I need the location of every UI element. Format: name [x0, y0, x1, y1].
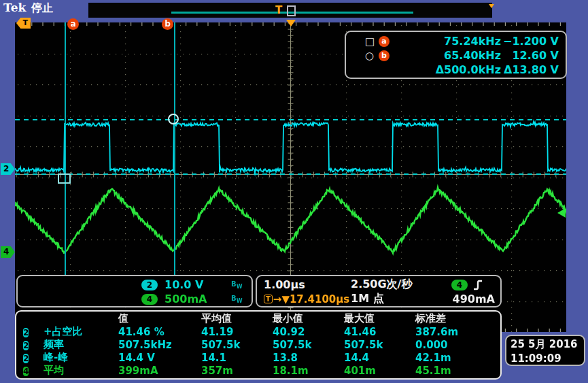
- measurement-max: 14.4: [344, 352, 415, 364]
- square-marker-icon: □: [365, 35, 379, 48]
- header-min: 最小值: [273, 312, 344, 325]
- trigger-delay-readout: T→▼17.4100μs: [264, 293, 351, 305]
- measurement-mean: 507.5k: [201, 339, 273, 351]
- timebase-row-1: 1.00μs 2.50G次/秒 4: [264, 278, 495, 292]
- date-label: 25 5月 2016: [511, 337, 580, 352]
- channel-2-position-tag[interactable]: 2: [1, 163, 15, 175]
- cursor-a-badge: a: [379, 36, 390, 47]
- cursor-b-frequency: 65.40kHz: [399, 49, 501, 62]
- cursor-delta-voltage: Δ13.80 V: [501, 63, 559, 76]
- record-expansion-triangle-icon: [489, 4, 494, 8]
- channel-2-badge: 2: [23, 354, 29, 363]
- measurement-value: 399mA: [118, 365, 201, 377]
- cursor-b-voltage: 12.60 V: [501, 49, 559, 62]
- cursor-a-vertical-line[interactable]: [65, 22, 66, 275]
- timebase-trigger-panel: 1.00μs 2.50G次/秒 4 T→▼17.4100μs 1M 点 490m…: [256, 275, 502, 307]
- cursor-a-frequency: 75.24kHz: [399, 35, 501, 48]
- horizontal-scale: 1.00μs: [264, 278, 351, 291]
- sample-rate: 2.50G次/秒: [351, 278, 451, 292]
- trigger-source: 4: [451, 280, 495, 290]
- header-mean: 平均值: [201, 312, 273, 325]
- channel-4-scale: 500mA: [165, 293, 224, 305]
- record-length: 1M 点: [351, 292, 451, 306]
- trigger-position-triangle-icon[interactable]: [286, 20, 296, 27]
- measurement-min: 13.8: [273, 352, 344, 364]
- measurement-std: 45.1m: [415, 365, 487, 377]
- measurement-table-panel: 值 平均值 最小值 最大值 标准差 2 +占空比 41.46 % 41.19 4…: [15, 310, 502, 380]
- rising-edge-slope-icon: [473, 280, 483, 290]
- delay-arrow-icon: →▼: [273, 293, 290, 305]
- measurement-std: 387.6m: [415, 326, 487, 338]
- measurement-name: 平均: [44, 364, 118, 377]
- channel-2-scale: 10.0 V: [165, 278, 224, 291]
- cursor-a-row: □ a 75.24kHz −1.200 V: [365, 34, 559, 48]
- trigger-source-badge: 4: [451, 280, 468, 290]
- measurement-name: 峰-峰: [44, 351, 118, 364]
- channel-2-badge: 2: [141, 280, 158, 290]
- cursor-a-voltage: −1.200 V: [501, 35, 559, 48]
- measurement-value: 14.4 V: [118, 352, 201, 364]
- channel-4-position-tag[interactable]: 4: [1, 246, 15, 258]
- circle-marker-icon: ○: [365, 50, 379, 62]
- measurement-row-duty: 2 +占空比 41.46 % 41.19 40.92 41.46 387.6m: [23, 325, 500, 338]
- time-label: 11:09:09: [511, 352, 580, 366]
- channel-2-badge: 2: [23, 328, 29, 337]
- measurement-value: 507.5kHz: [118, 339, 201, 351]
- measurement-min: 507.5k: [273, 339, 344, 351]
- measurement-name: 频率: [44, 338, 118, 351]
- acquisition-status: 停止: [31, 1, 53, 14]
- measurement-max: 401m: [344, 365, 415, 377]
- channel-4-badge: 4: [141, 294, 158, 305]
- tek-logo: Tek: [3, 1, 26, 14]
- measurement-row-frequency: 2 频率 507.5kHz 507.5k 507.5k 507.5k 0.000: [23, 338, 500, 351]
- cursor-delta-frequency: Δ500.0kHz: [399, 63, 501, 76]
- delay-value: 17.4100μs: [290, 293, 349, 305]
- header-std: 标准差: [415, 312, 487, 325]
- record-view-window-bracket[interactable]: [287, 5, 296, 16]
- measurement-value: 41.46 %: [118, 326, 201, 338]
- measurement-row-peak-to-peak: 2 峰-峰 14.4 V 14.1 13.8 14.4 42.1m: [23, 351, 500, 364]
- trigger-level-arrow-icon[interactable]: [557, 208, 566, 218]
- cursor-a-amplitude-marker[interactable]: [58, 173, 71, 184]
- measurement-row-mean: 4 平均 399mA 357m 18.1m 401m 45.1m: [23, 364, 500, 377]
- cursor-a-label[interactable]: a: [67, 18, 79, 30]
- cursor-b-amplitude-marker[interactable]: [168, 114, 179, 124]
- measurement-std: 0.000: [415, 339, 487, 351]
- channel-4-badge: 4: [23, 367, 29, 376]
- channel-2-badge: 2: [23, 341, 29, 350]
- header-value: 值: [118, 312, 201, 325]
- measurement-name: +占空比: [44, 325, 118, 338]
- cursor-delta-row: Δ500.0kHz Δ13.80 V: [365, 63, 559, 77]
- measurement-min: 18.1m: [273, 365, 344, 377]
- bandwidth-limit-icon: BW: [231, 280, 246, 290]
- trigger-t-icon: T: [264, 295, 273, 303]
- measurement-min: 40.92: [273, 326, 344, 338]
- timebase-row-2: T→▼17.4100μs 1M 点 490mA: [264, 292, 495, 306]
- measurement-mean: 357m: [201, 365, 273, 377]
- measurement-mean: 14.1: [201, 352, 273, 364]
- measurement-max: 41.46: [344, 326, 415, 338]
- cursor-b-badge: b: [379, 50, 390, 61]
- measurement-max: 507.5k: [344, 339, 415, 351]
- cursor-b-row: ○ b 65.40kHz 12.60 V: [365, 48, 559, 63]
- record-trigger-t-icon: T: [275, 4, 282, 16]
- bandwidth-limit-icon: BW: [231, 295, 246, 304]
- cursor-b-label[interactable]: b: [162, 18, 173, 30]
- measurement-mean: 41.19: [201, 326, 273, 338]
- channel-2-scale-row[interactable]: 2 10.0 V BW: [23, 278, 246, 292]
- measurement-header-row: 值 平均值 最小值 最大值 标准差: [23, 312, 500, 325]
- cursor-readout-panel: □ a 75.24kHz −1.200 V ○ b 65.40kHz 12.60…: [345, 31, 567, 79]
- datetime-panel: 25 5月 2016 11:09:09: [505, 335, 585, 366]
- trigger-level-value: 490mA: [451, 293, 495, 305]
- record-view-bar[interactable]: T: [88, 3, 492, 18]
- channel-4-scale-row[interactable]: 4 500mA BW: [23, 292, 246, 306]
- header-max: 最大值: [344, 312, 415, 325]
- app-title: Tek停止: [3, 1, 53, 16]
- channel-scale-panel: 2 10.0 V BW 4 500mA BW: [16, 275, 253, 307]
- measurement-std: 42.1m: [415, 352, 487, 364]
- cursor-b-vertical-line[interactable]: [174, 22, 175, 275]
